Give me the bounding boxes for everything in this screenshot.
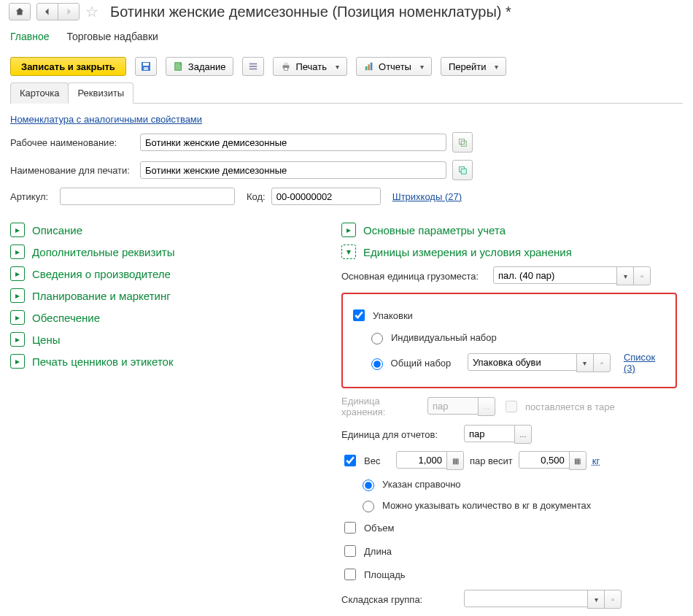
reports-unit-label: Единица для отчетов: [341, 429, 458, 440]
print-button[interactable]: Печать ▾ [273, 57, 347, 76]
chart-icon [364, 61, 374, 72]
save-icon [140, 61, 152, 72]
warehouse-group-label: Складская группа: [341, 594, 458, 605]
open-button[interactable]: ▫ [633, 266, 651, 285]
write-and-close-button[interactable]: Записать и закрыть [10, 57, 126, 76]
ellipsis-button: … [478, 397, 495, 416]
save-button[interactable] [135, 57, 157, 76]
favorite-star-icon[interactable]: ☆ [85, 3, 98, 20]
section-tab-main[interactable]: Главное [10, 26, 50, 51]
stepper-button[interactable]: ▦ [446, 451, 464, 470]
print-button-label: Печать [295, 61, 327, 72]
weight-qty-input[interactable] [396, 451, 447, 469]
copy-down-button[interactable] [452, 160, 473, 180]
length-checkbox[interactable] [344, 545, 356, 557]
packs-checkbox[interactable] [353, 309, 365, 321]
packaging-highlight-box: Упаковки Индивидуальный набор Общий набо… [341, 293, 677, 388]
svg-rect-6 [249, 69, 258, 70]
individual-set-radio[interactable] [371, 333, 383, 344]
expander-description[interactable]: ▸Описание [10, 223, 324, 237]
chevron-down-icon: ▾ [495, 63, 498, 71]
stepper-button[interactable]: ▦ [569, 451, 586, 470]
forward-button[interactable] [58, 3, 80, 20]
weight-qty-docs-radio[interactable] [363, 501, 374, 512]
common-set-label: Общий набор [391, 358, 462, 369]
svg-rect-12 [371, 63, 373, 71]
expander-labels-print[interactable]: ▸Печать ценников и этикеток [10, 354, 324, 369]
article-label: Артикул: [10, 191, 54, 202]
svg-rect-10 [365, 66, 368, 70]
section-tab-markups[interactable]: Торговые надбавки [67, 26, 158, 51]
task-button[interactable]: Задание [166, 57, 234, 76]
weight-value-input[interactable] [519, 451, 570, 469]
kg-link[interactable]: кг [592, 455, 600, 466]
common-set-input[interactable] [468, 353, 577, 371]
home-icon [15, 7, 25, 17]
home-button[interactable] [9, 3, 31, 20]
list-button[interactable] [242, 57, 264, 76]
work-name-input[interactable] [140, 134, 446, 151]
task-button-label: Задание [188, 61, 226, 72]
common-set-radio[interactable] [371, 358, 383, 370]
store-unit-input [427, 397, 479, 415]
barcodes-link[interactable]: Штрихкоды (27) [392, 191, 462, 202]
svg-rect-13 [460, 139, 465, 145]
copy-icon [457, 165, 468, 175]
code-input[interactable] [271, 188, 381, 205]
svg-rect-16 [461, 169, 466, 174]
svg-rect-11 [368, 64, 370, 70]
area-checkbox[interactable] [344, 569, 356, 580]
expander-supply[interactable]: ▸Обеспечение [10, 310, 324, 325]
weight-ref-only-label: Указан справочно [382, 479, 461, 490]
expand-icon: ▸ [10, 354, 25, 369]
task-icon [174, 61, 184, 72]
tab-card[interactable]: Карточка [10, 82, 69, 104]
expand-icon: ▸ [10, 332, 25, 347]
expand-icon: ▸ [10, 288, 25, 303]
goto-button[interactable]: Перейти ▾ [441, 57, 507, 76]
open-button[interactable]: ▫ [604, 590, 622, 609]
arrow-right-icon [64, 7, 73, 16]
svg-rect-4 [249, 63, 258, 65]
article-input[interactable] [60, 188, 235, 205]
expand-icon: ▸ [10, 310, 25, 325]
expander-basic-params[interactable]: ▸Основные параметры учета [341, 223, 677, 237]
svg-rect-8 [284, 63, 288, 66]
open-button[interactable]: ▫ [593, 353, 611, 372]
expander-units[interactable]: ▾Единицы измерения и условия хранения [341, 245, 677, 259]
reports-button[interactable]: Отчеты ▾ [356, 57, 432, 76]
expander-manufacturer[interactable]: ▸Сведения о производителе [10, 266, 324, 281]
volume-label: Объем [364, 523, 394, 534]
weight-ref-only-radio[interactable] [363, 480, 374, 491]
goto-button-label: Перейти [449, 61, 487, 72]
store-unit-label: Единица хранения: [341, 396, 422, 417]
print-name-input[interactable] [140, 161, 446, 179]
weight-checkbox[interactable] [344, 455, 356, 466]
cargo-unit-input[interactable] [493, 266, 617, 284]
analog-link[interactable]: Номенклатура с аналогичными свойствами [10, 114, 202, 125]
dropdown-button[interactable]: ▾ [616, 266, 634, 285]
ellipsis-button[interactable]: … [514, 425, 532, 444]
individual-set-label: Индивидуальный набор [391, 332, 497, 343]
warehouse-group-input[interactable] [464, 590, 588, 607]
work-name-label: Рабочее наименование: [10, 137, 134, 148]
reports-unit-input[interactable] [464, 425, 515, 442]
weight-qty-docs-label: Можно указывать количество в кг в докуме… [382, 500, 591, 511]
expander-planning[interactable]: ▸Планирование и маркетинг [10, 288, 324, 303]
svg-rect-9 [284, 68, 288, 71]
expander-prices[interactable]: ▸Цены [10, 332, 324, 347]
dropdown-button[interactable]: ▾ [576, 353, 594, 372]
copy-from-button[interactable] [452, 132, 473, 153]
in-container-checkbox [506, 401, 517, 412]
arrow-left-icon [43, 7, 52, 16]
list-link[interactable]: Список (3) [624, 352, 668, 374]
tab-props[interactable]: Реквизиты [68, 82, 133, 104]
volume-checkbox[interactable] [344, 522, 356, 534]
length-label: Длина [364, 546, 392, 557]
dropdown-button[interactable]: ▾ [587, 590, 605, 609]
expander-extra-props[interactable]: ▸Дополнительные реквизиты [10, 245, 324, 259]
back-button[interactable] [36, 3, 58, 20]
svg-rect-1 [143, 63, 149, 66]
in-container-label: поставляется в таре [525, 401, 615, 412]
area-label: Площадь [364, 569, 406, 580]
